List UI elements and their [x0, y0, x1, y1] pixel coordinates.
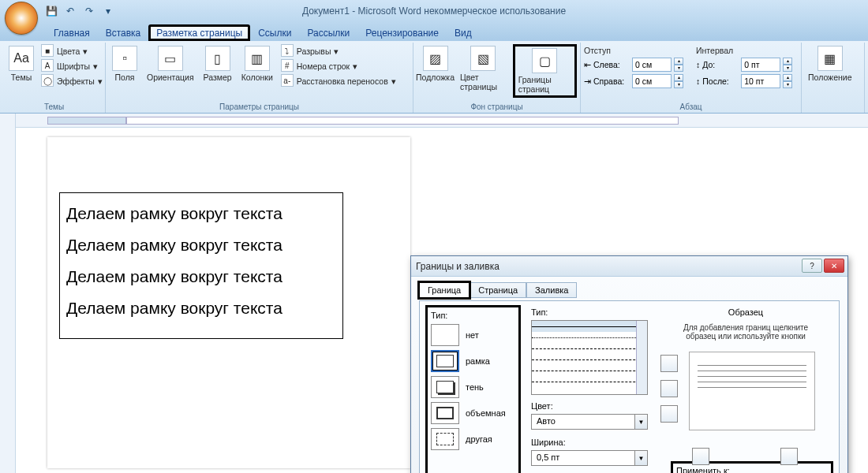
preview-bottom-button[interactable]: [660, 405, 678, 423]
tab-mailings[interactable]: Рассылки: [299, 24, 357, 41]
style-listbox[interactable]: [531, 320, 648, 395]
type-box-icon: [431, 350, 459, 372]
line-numbers-button[interactable]: #Номера строк▾: [279, 59, 398, 73]
hyphenation-button[interactable]: a-Расстановка переносов▾: [279, 74, 398, 88]
document-page[interactable]: Делаем рамку вокруг текста Делаем рамку …: [47, 137, 410, 468]
position-button[interactable]: ▦Положение: [805, 44, 855, 84]
preview-hmiddle-button[interactable]: [660, 380, 678, 397]
tab-insert[interactable]: Вставка: [98, 24, 149, 41]
width-value: 0,5 пт: [531, 450, 635, 466]
spacing-before-input[interactable]: 0 пт: [741, 58, 780, 72]
spacing-before-spinner[interactable]: ▴▾: [783, 58, 792, 72]
type-box[interactable]: рамка: [431, 350, 515, 372]
themes-button[interactable]: Aa Темы: [6, 44, 36, 84]
save-icon[interactable]: 💾: [43, 3, 59, 19]
dialog-titlebar[interactable]: Границы и заливка ? ✕: [411, 256, 847, 277]
bordered-text-block: Делаем рамку вокруг текста Делаем рамку …: [59, 192, 343, 339]
spacing-after-input[interactable]: 10 пт: [741, 74, 780, 88]
office-button[interactable]: [5, 2, 38, 35]
style-dashed-4[interactable]: [532, 376, 647, 387]
fonts-icon: A: [41, 59, 54, 72]
horizontal-ruler[interactable]: [16, 114, 868, 128]
effects-icon: ◯: [41, 74, 54, 87]
columns-button[interactable]: ▥Колонки: [238, 44, 276, 84]
borders-shading-dialog: Границы и заливка ? ✕ Граница Страница З…: [410, 255, 848, 473]
redo-icon[interactable]: ↷: [81, 3, 97, 19]
breaks-icon: ⤵: [281, 44, 294, 57]
style-dashed-3[interactable]: [532, 365, 647, 376]
type-none[interactable]: нет: [431, 324, 515, 346]
page-color-button[interactable]: ▧Цвет страницы: [457, 44, 510, 93]
width-combo[interactable]: 0,5 пт ▼: [531, 450, 648, 466]
preview-sample[interactable]: [689, 352, 815, 430]
color-label: Цвет:: [531, 401, 648, 411]
doc-line: Делаем рамку вокруг текста: [66, 299, 336, 318]
preview-right-button[interactable]: [780, 448, 798, 465]
theme-fonts-button[interactable]: AШрифты▾: [39, 59, 104, 73]
watermark-button[interactable]: ▨Подложка: [417, 44, 454, 84]
dialog-tab-shading[interactable]: Заливка: [526, 282, 577, 298]
indent-left-input[interactable]: 0 см: [632, 58, 672, 72]
breaks-button[interactable]: ⤵Разрывы▾: [279, 44, 398, 58]
tab-home[interactable]: Главная: [46, 24, 98, 41]
style-dotted[interactable]: [532, 332, 647, 343]
page-color-icon: ▧: [470, 46, 496, 71]
theme-colors-button[interactable]: ■Цвета▾: [39, 44, 104, 58]
type-label: Тип:: [431, 311, 515, 320]
indent-left-spinner[interactable]: ▴▾: [674, 58, 683, 72]
position-icon: ▦: [817, 46, 843, 71]
vertical-ruler[interactable]: [0, 114, 16, 473]
type-3d[interactable]: объемная: [431, 402, 515, 424]
border-type-panel: Тип: нет рамка тень объемная другая: [428, 307, 518, 473]
style-scrollbar[interactable]: [636, 321, 647, 394]
style-dashed-2[interactable]: [532, 354, 647, 365]
columns-label: Колонки: [241, 73, 273, 82]
dialog-title: Границы и заливка: [416, 261, 499, 272]
indent-left-icon: ⇤: [584, 60, 591, 69]
indent-right-input[interactable]: 0 см: [632, 74, 672, 88]
spacing-after-spinner[interactable]: ▴▾: [783, 74, 792, 88]
window-title: Документ1 - Microsoft Word некоммерческо…: [302, 6, 566, 17]
type-shadow-label: тень: [466, 382, 484, 392]
dialog-tab-border[interactable]: Граница: [419, 282, 470, 298]
type-shadow[interactable]: тень: [431, 376, 515, 398]
tab-references[interactable]: Ссылки: [250, 24, 299, 41]
group-arrange: ▦Положение: [802, 43, 865, 113]
margins-button[interactable]: ▫Поля: [109, 44, 140, 84]
size-button[interactable]: ▯Размер: [200, 44, 235, 84]
width-combo-arrow[interactable]: ▼: [635, 450, 648, 466]
orientation-button[interactable]: ▭Ориентация: [144, 44, 197, 84]
style-solid[interactable]: [532, 321, 647, 332]
type-box-label: рамка: [466, 356, 490, 366]
preview-top-button[interactable]: [660, 355, 678, 372]
spacing-header: Интервал: [696, 46, 792, 55]
tab-page-layout[interactable]: Разметка страницы: [148, 24, 250, 41]
doc-line: Делаем рамку вокруг текста: [66, 267, 336, 286]
style-dashed-1[interactable]: [532, 343, 647, 354]
color-combo-arrow[interactable]: ▼: [635, 414, 648, 430]
type-custom[interactable]: другая: [431, 428, 515, 450]
dialog-close-button[interactable]: ✕: [824, 259, 844, 273]
dialog-content: Тип: нет рамка тень объемная другая Тип:: [419, 300, 840, 473]
undo-icon[interactable]: ↶: [62, 3, 78, 19]
hyphenation-icon: a-: [281, 74, 294, 87]
page-borders-button[interactable]: ▢Границы страниц: [513, 44, 577, 98]
preview-left-button[interactable]: [692, 448, 709, 465]
dialog-tab-page[interactable]: Страница: [470, 282, 526, 298]
theme-effects-button[interactable]: ◯Эффекты▾: [39, 74, 104, 88]
qat-customize-icon[interactable]: ▾: [100, 3, 116, 19]
indent-header: Отступ: [584, 46, 683, 55]
tab-review[interactable]: Рецензирование: [357, 24, 447, 41]
type-3d-icon: [431, 402, 459, 424]
spacing-after-row: ↕ После: 10 пт ▴▾: [696, 74, 792, 88]
spacing-before-icon: ↕: [696, 60, 700, 69]
indent-right-label: Справа:: [593, 76, 630, 86]
dialog-help-button[interactable]: ?: [802, 259, 822, 273]
themes-label: Темы: [11, 73, 32, 82]
type-shadow-icon: [431, 376, 459, 398]
ribbon-tabs: Главная Вставка Разметка страницы Ссылки…: [0, 22, 868, 41]
indent-right-spinner[interactable]: ▴▾: [674, 74, 683, 88]
group-page-background: ▨Подложка ▧Цвет страницы ▢Границы страни…: [413, 43, 581, 113]
color-combo[interactable]: Авто ▼: [531, 414, 648, 430]
tab-view[interactable]: Вид: [447, 24, 480, 41]
